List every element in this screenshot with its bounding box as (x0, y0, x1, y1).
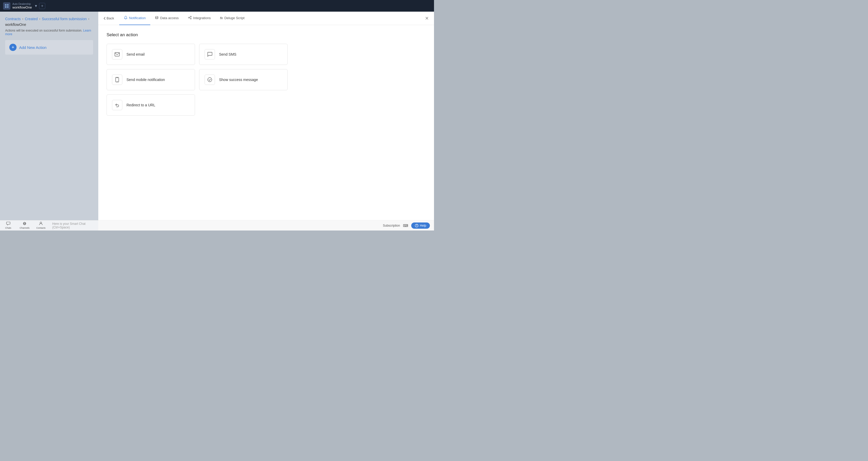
action-send-email[interactable]: Send email (106, 44, 195, 65)
channels-icon (23, 222, 27, 226)
svg-rect-3 (7, 6, 8, 8)
deluge-script-tab-icon: fx (220, 16, 223, 20)
svg-point-7 (40, 222, 42, 223)
back-button[interactable]: Back (103, 16, 114, 20)
bottom-channels[interactable]: Channels (16, 221, 33, 230)
tab-deluge-script[interactable]: fx Deluge Script (215, 12, 249, 25)
keyboard-icon[interactable]: ⌨ (403, 223, 408, 228)
contacts-label: Contacts (36, 226, 46, 229)
add-action-label: Add New Action (19, 45, 46, 50)
left-panel: Contracts › Created › Successful form su… (0, 12, 98, 220)
bottom-contacts[interactable]: Contacts (33, 221, 49, 230)
channels-label: Channels (20, 226, 30, 229)
add-action-button[interactable]: + Add New Action (5, 40, 93, 55)
mobile-notification-icon (112, 74, 122, 85)
chats-icon (6, 222, 10, 226)
tab-notification-label: Notification (129, 16, 146, 20)
send-sms-icon (205, 49, 215, 60)
svg-point-8 (155, 16, 158, 17)
bottom-bar: Chats Channels Contacts Here is your Sma… (0, 220, 98, 230)
nav-main-title: workflowOne (12, 5, 32, 9)
contacts-icon (39, 222, 43, 226)
integrations-tab-icon (188, 16, 192, 20)
help-button[interactable]: Help (411, 222, 430, 229)
tab-data-access-label: Data access (160, 16, 179, 20)
send-sms-label: Send SMS (219, 52, 237, 56)
send-email-icon (112, 49, 122, 60)
tab-deluge-script-label: Deluge Script (224, 16, 244, 20)
breadcrumb-created[interactable]: Created (25, 17, 38, 21)
breadcrumb: Contracts › Created › Successful form su… (5, 17, 93, 27)
tab-integrations[interactable]: Integrations (183, 12, 215, 25)
nav-chevron-icon[interactable]: ▾ (35, 3, 37, 8)
panel-tabs: Notification Data access (119, 12, 425, 25)
app-logo (3, 2, 10, 9)
nav-title-group: Auto Dealership workflowOne (12, 3, 32, 9)
top-nav: Auto Dealership workflowOne ▾ + (0, 0, 434, 12)
svg-rect-0 (5, 4, 6, 6)
add-action-plus-icon: + (9, 44, 17, 51)
success-message-label: Show success message (219, 78, 258, 82)
data-access-tab-icon (155, 16, 159, 20)
panel-content: Select an action Send email (98, 25, 434, 230)
send-email-label: Send email (126, 52, 145, 56)
subscription-button[interactable]: Subscription (383, 224, 400, 227)
bottom-chats[interactable]: Chats (0, 221, 16, 230)
success-message-icon (205, 74, 215, 85)
close-button[interactable]: ✕ (425, 16, 429, 21)
breadcrumb-sep-1: › (22, 17, 23, 21)
svg-rect-2 (5, 6, 6, 8)
breadcrumb-contracts[interactable]: Contracts (5, 17, 21, 21)
svg-point-9 (188, 17, 189, 18)
breadcrumb-current: workflowOne (5, 23, 26, 27)
action-send-sms[interactable]: Send SMS (199, 44, 288, 65)
breadcrumb-submission[interactable]: Successful form submission (42, 17, 87, 21)
svg-line-12 (189, 17, 190, 18)
panel-header: Back Notification (98, 12, 434, 25)
tab-integrations-label: Integrations (193, 16, 211, 20)
svg-point-10 (190, 16, 191, 17)
svg-point-18 (208, 78, 212, 82)
svg-point-17 (117, 81, 117, 82)
tab-notification[interactable]: Notification (119, 12, 150, 25)
action-grid: Send email Send SMS (106, 44, 288, 116)
redirect-url-icon (112, 100, 122, 110)
svg-rect-1 (7, 4, 8, 6)
svg-point-11 (190, 18, 191, 19)
action-redirect-url[interactable]: Redirect to a URL (106, 94, 195, 116)
mobile-notification-label: Send mobile notification (126, 78, 165, 82)
chats-label: Chats (5, 226, 11, 229)
bottom-right-bar: Subscription ⌨ Help (98, 220, 434, 230)
tab-data-access[interactable]: Data access (150, 12, 183, 25)
breadcrumb-sep-3: › (88, 17, 89, 21)
nav-subtitle: Auto Dealership (12, 3, 32, 5)
redirect-url-label: Redirect to a URL (126, 103, 155, 107)
select-action-title: Select an action (106, 32, 426, 37)
action-mobile-notification[interactable]: Send mobile notification (106, 69, 195, 90)
notification-tab-icon (124, 16, 127, 20)
breadcrumb-info: Actions will be executed on successful f… (5, 29, 93, 36)
nav-add-button[interactable]: + (39, 3, 45, 9)
breadcrumb-sep-2: › (39, 17, 40, 21)
action-success-message[interactable]: Show success message (199, 69, 288, 90)
right-panel: Back Notification (98, 12, 434, 230)
svg-rect-14 (115, 53, 120, 56)
smart-chat-input[interactable]: Here is your Smart Chat (Ctrl+Space) (49, 222, 98, 229)
svg-line-13 (189, 18, 190, 19)
